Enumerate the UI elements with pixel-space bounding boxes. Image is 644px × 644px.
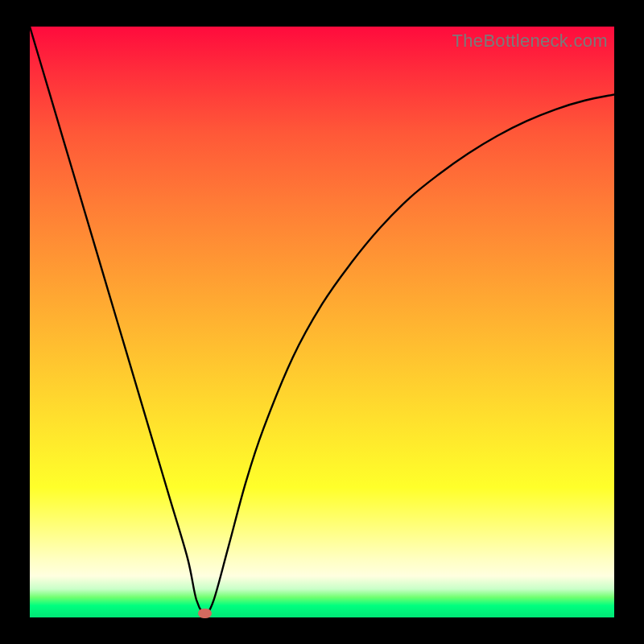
minimum-marker: [198, 609, 212, 618]
curve-svg: [30, 27, 614, 617]
chart-frame: TheBottleneck.com: [0, 0, 644, 644]
plot-area: TheBottleneck.com: [30, 27, 614, 617]
bottleneck-curve-path: [30, 27, 614, 617]
